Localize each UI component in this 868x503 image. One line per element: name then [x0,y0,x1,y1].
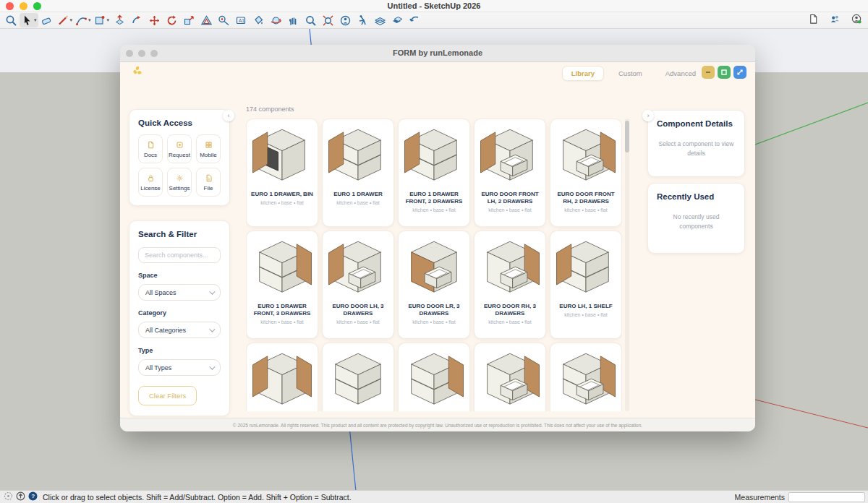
position-camera-tool[interactable] [336,13,354,27]
cabinet-render [401,347,467,410]
select-icon [21,14,33,27]
push-pull-tool[interactable] [111,13,128,27]
recently-used-panel: Recently Used No recently used component… [647,183,745,254]
zoom-tool[interactable] [302,13,319,27]
cabinet-render [477,123,543,186]
component-card[interactable]: EURO DOOR LH, 3 DRAWERS kitchen • base •… [322,231,394,339]
orbit-tool[interactable] [267,13,284,27]
dropdown-arrow-icon[interactable]: ▾ [88,17,91,23]
dropdown-arrow-icon[interactable]: ▾ [107,17,110,23]
component-card[interactable]: EURO DOOR RH, 3 DRAWERS kitchen • base •… [474,231,546,339]
select-tool[interactable]: ▾ [20,13,38,27]
component-card[interactable]: EURO LH, 1 SHELF kitchen • base • flat [550,231,622,339]
pan-tool[interactable] [284,13,302,27]
walk-tool[interactable] [354,13,371,27]
quick-access-mobile-button[interactable]: Mobile [196,134,221,163]
quick-access-request-button[interactable]: Request [167,134,192,163]
chevron-down-icon [209,364,215,369]
component-card[interactable] [550,343,622,411]
clear-filters-button[interactable]: Clear Filters [138,386,197,405]
dropdown-arrow-icon[interactable]: ▾ [34,17,37,23]
position-camera-icon [339,14,352,27]
look-around-tool[interactable] [406,13,423,27]
expand-details-button[interactable]: › [642,110,654,121]
restore-panel-button[interactable] [718,66,731,79]
component-title: EURO 1 DRAWER [333,191,383,198]
scrollbar-thumb[interactable] [625,121,629,152]
left-sidebar: Quick Access Docs Request Mobile License… [129,109,230,416]
quick-access-file-button[interactable]: File [196,168,221,197]
rotate-icon [166,14,178,27]
paint-bucket-tool[interactable] [250,13,267,27]
component-card[interactable] [474,343,546,411]
component-thumbnail [325,347,391,411]
component-card[interactable]: EURO 1 DRAWER, BIN kitchen • base • flat [246,119,318,227]
move-tool[interactable] [145,13,163,27]
collapse-sidebar-button[interactable]: ‹ [223,110,234,121]
new-document-button[interactable] [808,14,819,27]
dialog-titlebar[interactable]: FORM by runLemonade [120,45,755,62]
follow-me-tool[interactable] [128,13,145,27]
section-plane-tool[interactable] [371,13,388,27]
tab-library[interactable]: Library [562,66,604,81]
zoom-extents-tool[interactable] [319,13,336,27]
component-card[interactable] [398,343,470,411]
expand-panel-button[interactable] [733,66,746,79]
search-icon [5,14,17,27]
mobile-grid-icon [205,141,213,149]
component-title: EURO 1 DRAWER FRONT, 2 DRAWERS [401,191,467,205]
component-card[interactable]: EURO 1 DRAWER kitchen • base • flat [322,119,394,227]
search-input[interactable] [138,247,221,263]
component-card[interactable]: EURO DOOR LR, 3 DRAWERS kitchen • base •… [398,231,470,339]
tab-custom[interactable]: Custom [610,66,651,80]
quick-access-license-button[interactable]: License [138,168,163,197]
upload-status-button[interactable] [16,491,25,502]
svg-text:A1: A1 [239,17,244,22]
scale-icon [183,14,195,27]
copyright-text: © 2025 runLemonade. All rights reserved.… [233,423,642,428]
filter-select-space[interactable]: All Spaces [138,284,221,301]
share-button[interactable] [830,14,841,27]
quick-access-docs-button[interactable]: Docs [138,134,163,163]
scale-tool[interactable] [180,13,197,27]
tab-advanced[interactable]: Advanced [657,66,705,80]
search-tool[interactable] [2,13,20,27]
component-card[interactable]: EURO 1 DRAWER FRONT, 2 DRAWERS kitchen •… [398,119,470,227]
component-card[interactable] [246,343,318,411]
minimize-panel-button[interactable] [702,66,715,79]
tape-measure-tool[interactable] [215,13,232,27]
component-card[interactable]: EURO DOOR FRONT RH, 2 DRAWERS kitchen • … [550,119,622,227]
quick-access-settings-button[interactable]: Settings [167,168,192,197]
account-button[interactable] [851,14,862,27]
component-tags: kitchen • base • flat [412,207,455,212]
component-title: EURO DOOR FRONT LH, 2 DRAWERS [477,191,542,205]
status-hint: Click or drag to select objects. Shift =… [43,493,352,502]
geolocation-status-button[interactable] [4,491,13,502]
chevron-down-icon [209,326,215,332]
grid-scrollbar[interactable] [625,119,629,411]
component-card[interactable] [322,343,394,411]
line-tool[interactable]: ▾ [56,13,75,27]
search-filter-title: Search & Filter [138,230,221,238]
orbit-icon [270,14,282,27]
rotate-tool[interactable] [163,13,180,27]
filter-select-category[interactable]: All Categories [138,322,221,338]
gear-icon [176,174,184,182]
cabinet-render [325,123,391,186]
styles-tool[interactable] [388,13,406,27]
component-card[interactable]: EURO DOOR FRONT LH, 2 DRAWERS kitchen • … [474,119,546,227]
measurements-input[interactable] [788,492,865,502]
offset-tool[interactable] [197,13,215,27]
measurements-label: Measurements [735,493,785,502]
arc-tool[interactable]: ▾ [74,13,93,27]
filter-select-type[interactable]: All Types [138,359,221,376]
component-card[interactable]: EURO 1 DRAWER FRONT, 3 DRAWERS kitchen •… [246,231,318,339]
dropdown-arrow-icon[interactable]: ▾ [70,17,73,23]
text-tool[interactable]: A1 [232,13,250,27]
component-thumbnail [401,123,467,189]
eraser-tool[interactable] [38,13,56,27]
tool-buttons: ▾▾▾▾A1 [2,12,423,28]
shape-tool[interactable]: ▾ [93,13,111,27]
help-status-button[interactable]: ? [28,491,38,502]
component-tags: kitchen • base • flat [260,319,303,324]
